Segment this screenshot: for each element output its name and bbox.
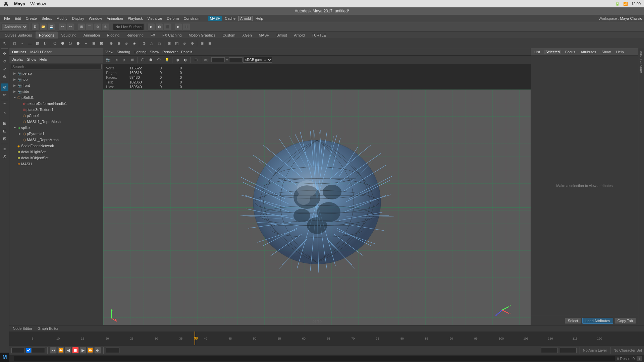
toggle-shadows[interactable]: ◑: [174, 56, 181, 64]
shading-texture[interactable]: ⬠: [155, 56, 163, 64]
menu-deform[interactable]: Constrain: [181, 16, 201, 21]
tab-sculpting[interactable]: Sculpting: [58, 32, 80, 39]
snap-grid[interactable]: ⊞: [78, 23, 85, 31]
poly-spherical-map[interactable]: ⊙: [189, 40, 196, 47]
poly-reduce[interactable]: ◈: [130, 40, 138, 47]
tab-animation[interactable]: Animation: [80, 32, 103, 39]
poly-smooth[interactable]: ⌀: [123, 40, 130, 47]
menu-mash[interactable]: MASH: [208, 16, 222, 21]
menu-playback[interactable]: Visualize: [145, 16, 164, 21]
viewport-lighting-menu[interactable]: Lighting: [133, 50, 147, 54]
outliner-show-menu[interactable]: Show: [27, 57, 36, 61]
undo-button[interactable]: ↩: [59, 23, 66, 31]
tree-item-mash-repromesh[interactable]: ⬡ MASH_ReproMesh: [9, 137, 103, 143]
redo-button[interactable]: ↪: [67, 23, 74, 31]
snap-view[interactable]: ◎: [102, 23, 109, 31]
graph-editor-tab[interactable]: Graph Editor: [36, 326, 60, 331]
menu-display[interactable]: Display: [70, 16, 86, 21]
attr-attributes-btn[interactable]: Attributes: [579, 50, 597, 54]
play-back-button[interactable]: ◀: [65, 347, 71, 354]
select-button[interactable]: Select: [565, 318, 581, 324]
apple-menu[interactable]: ⌘: [3, 1, 9, 7]
playblast[interactable]: ▶: [175, 23, 182, 31]
layout-tool-3[interactable]: ⊠: [1, 135, 8, 142]
save-scene-button[interactable]: 💾: [48, 23, 55, 31]
poly-offset-loop[interactable]: ⊞: [98, 40, 105, 47]
viewport-shading-menu[interactable]: Shading: [117, 50, 130, 54]
layout-tool-2[interactable]: ⊟: [1, 127, 8, 135]
menu-animation[interactable]: Animation: [105, 16, 125, 21]
color-space-dropdown[interactable]: sRGB gamma: [243, 57, 272, 63]
poly-boolean[interactable]: ⊞: [206, 40, 213, 47]
tree-item-top[interactable]: ▶ 📷 top: [9, 76, 103, 82]
frame-all[interactable]: ⊞: [129, 56, 136, 64]
outliner-display-menu[interactable]: Display: [11, 57, 23, 61]
layout-tool-1[interactable]: ⊞: [1, 120, 8, 127]
toggle-ao[interactable]: ◐: [182, 56, 189, 64]
tab-rendering[interactable]: Rendering: [123, 32, 147, 39]
tree-item-side[interactable]: ▶ 📷 side: [9, 88, 103, 95]
lasso-tool[interactable]: ○: [1, 109, 8, 117]
tree-item-persp[interactable]: ▶ 📷 persp: [9, 70, 103, 76]
poly-select-mode[interactable]: ◻: [11, 40, 18, 47]
paint-tool[interactable]: ✏: [1, 91, 8, 99]
poly-extrude[interactable]: ⬡: [51, 40, 59, 47]
poly-face-select[interactable]: ▩: [34, 40, 41, 47]
tree-item-mash1repromesh[interactable]: ⬡ MASH1_ReproMesh: [9, 119, 103, 125]
shading-lighting[interactable]: 💡: [163, 56, 171, 64]
shading-smooth[interactable]: ⬢: [147, 56, 155, 64]
tree-item-defaultlightset[interactable]: ⊗ defaultLightSet: [9, 149, 103, 155]
outliner-help-menu[interactable]: Help: [40, 57, 47, 61]
poly-bridge[interactable]: ⬢: [59, 40, 66, 47]
menu-file[interactable]: File: [2, 16, 12, 21]
menu-visualize[interactable]: Deform: [165, 16, 181, 21]
curve-tool[interactable]: ⌒: [1, 102, 8, 109]
tab-motion-graphics[interactable]: Motion Graphics: [185, 32, 219, 39]
mash-editor-button[interactable]: MASH Editor: [30, 50, 52, 54]
range-playback-end[interactable]: 120: [560, 348, 577, 353]
menu-key[interactable]: Playback: [126, 16, 145, 21]
tab-polygons[interactable]: Polygons: [36, 32, 57, 39]
poly-cylindrical-map[interactable]: ⌀: [181, 40, 188, 47]
tab-curves-surfaces[interactable]: Curves Surfaces: [1, 32, 35, 39]
menu-window[interactable]: Window: [87, 16, 104, 21]
tree-item-front[interactable]: ▶ 📷 front: [9, 82, 103, 88]
node-editor-tab[interactable]: Node Editor: [11, 326, 34, 331]
tab-xgen[interactable]: XGen: [239, 32, 255, 39]
snap-point[interactable]: ⊙: [94, 23, 101, 31]
step-forward-button[interactable]: ⏩: [87, 347, 94, 354]
tree-item-spike[interactable]: ▼ ⊕ spike: [9, 125, 103, 131]
menu-cache[interactable]: Cache: [223, 16, 237, 21]
select-tool[interactable]: ↖: [1, 40, 8, 47]
frame-end-input[interactable]: 120: [106, 348, 119, 353]
poly-split[interactable]: ⌁: [82, 40, 90, 47]
viewport-show-menu[interactable]: Show: [150, 50, 159, 54]
viewport-canvas[interactable]: persp Y X Z: [103, 89, 531, 325]
attr-focus-btn[interactable]: Focus: [564, 50, 577, 54]
menu-create[interactable]: Create: [24, 16, 39, 21]
attr-show-btn[interactable]: Show: [600, 50, 612, 54]
tree-item-psolid1[interactable]: ▼ ⬡ pSolid1: [9, 95, 103, 101]
scale-tool[interactable]: ⤢: [1, 65, 8, 73]
gamma-input[interactable]: 1.00: [229, 57, 243, 62]
load-attributes-button[interactable]: Load Attributes: [582, 318, 613, 324]
shading-wireframe[interactable]: ⬡: [139, 56, 147, 64]
menu-edit[interactable]: Edit: [13, 16, 23, 21]
poly-separate[interactable]: ⊖: [115, 40, 122, 47]
poly-combine[interactable]: ⊕: [107, 40, 115, 47]
tab-custom[interactable]: Custom: [219, 32, 238, 39]
tree-item-mash[interactable]: ⊕ MASH: [9, 161, 103, 167]
current-frame-input[interactable]: 1: [32, 348, 45, 353]
tab-rigging[interactable]: Rigging: [104, 32, 123, 39]
tab-fx-caching[interactable]: FX Caching: [159, 32, 185, 39]
current-frame-checkbox[interactable]: [26, 348, 31, 353]
poly-uv-select[interactable]: U: [42, 40, 49, 47]
cmd-expand-button[interactable]: ⬆: [637, 356, 642, 361]
attr-editor-tab-label[interactable]: Attribute Editor: [639, 50, 644, 74]
tree-item-place3dtexture[interactable]: ⊞ place3dTexture1: [9, 107, 103, 113]
poly-texture-uv[interactable]: ⊞: [165, 40, 173, 47]
range-start-input[interactable]: 1: [11, 348, 25, 353]
attr-list-btn[interactable]: List: [533, 50, 541, 54]
tab-arnold[interactable]: Arnold: [291, 32, 308, 39]
viewport-view-menu[interactable]: View: [105, 50, 113, 54]
